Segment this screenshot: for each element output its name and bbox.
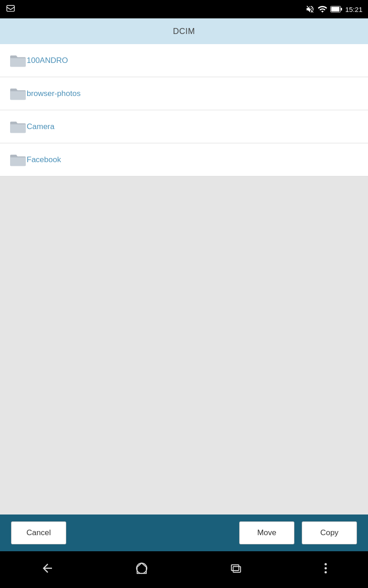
status-time: 15:21 bbox=[345, 6, 362, 13]
svg-rect-5 bbox=[231, 565, 239, 571]
svg-rect-6 bbox=[233, 566, 240, 572]
folder-icon bbox=[9, 87, 27, 101]
content-area: 100ANDRO browser-photos Camera Faceboo bbox=[0, 44, 368, 514]
page-title: DCIM bbox=[173, 27, 195, 36]
wifi-icon bbox=[317, 4, 328, 14]
folder-list: 100ANDRO browser-photos Camera Faceboo bbox=[0, 44, 368, 176]
more-menu-button[interactable] bbox=[314, 557, 337, 583]
folder-icon bbox=[9, 54, 27, 68]
folder-item-100andro[interactable]: 100ANDRO bbox=[0, 44, 368, 77]
cancel-button[interactable]: Cancel bbox=[11, 521, 66, 544]
nav-bar bbox=[0, 551, 368, 588]
home-button[interactable] bbox=[126, 557, 158, 583]
svg-point-8 bbox=[324, 567, 327, 569]
status-icons: 15:21 bbox=[305, 4, 362, 14]
recents-button[interactable] bbox=[220, 557, 252, 583]
status-bar: 15:21 bbox=[0, 0, 368, 18]
folder-icon bbox=[9, 153, 27, 167]
folder-icon bbox=[9, 120, 27, 134]
notification-icon bbox=[6, 4, 16, 14]
move-button[interactable]: Move bbox=[239, 521, 294, 544]
svg-rect-2 bbox=[331, 7, 339, 11]
svg-rect-3 bbox=[341, 8, 342, 11]
folder-item-camera[interactable]: Camera bbox=[0, 110, 368, 143]
svg-point-9 bbox=[324, 571, 327, 573]
action-bar: Cancel Move Copy bbox=[0, 514, 368, 551]
svg-point-7 bbox=[324, 563, 327, 565]
folder-item-browser-photos[interactable]: browser-photos bbox=[0, 77, 368, 110]
folder-name-facebook: Facebook bbox=[27, 155, 61, 164]
folder-name-browser-photos: browser-photos bbox=[27, 89, 80, 98]
back-button[interactable] bbox=[31, 557, 63, 583]
folder-name-100andro: 100ANDRO bbox=[27, 56, 68, 65]
folder-name-camera: Camera bbox=[27, 122, 54, 131]
svg-point-4 bbox=[136, 563, 147, 573]
battery-icon bbox=[330, 5, 342, 13]
title-bar: DCIM bbox=[0, 18, 368, 44]
svg-rect-0 bbox=[7, 6, 15, 11]
copy-button[interactable]: Copy bbox=[302, 521, 357, 544]
mute-icon bbox=[305, 5, 315, 14]
folder-item-facebook[interactable]: Facebook bbox=[0, 143, 368, 176]
